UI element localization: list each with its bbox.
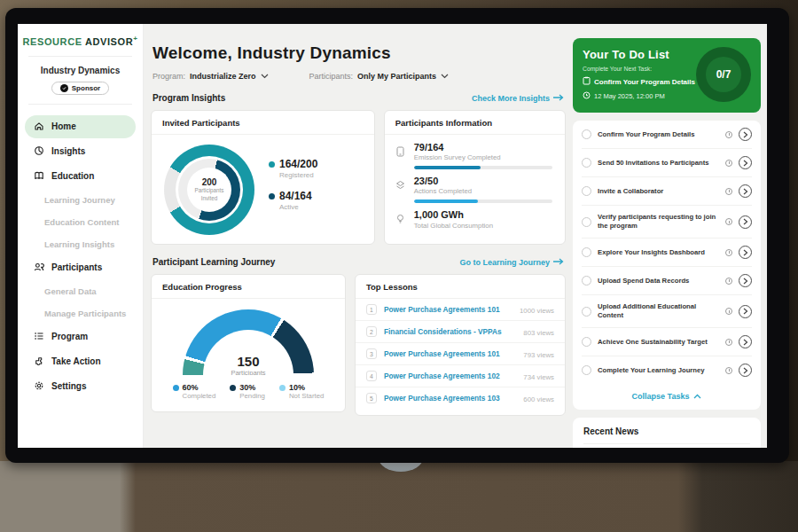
check-more-insights-link[interactable]: Check More Insights	[472, 94, 564, 103]
chevron-right-button[interactable]	[739, 156, 752, 169]
chevron-down-icon	[261, 72, 269, 81]
go-to-learning-journey-link[interactable]: Go to Learning Journey	[459, 258, 564, 267]
emission-survey-progress-bar	[414, 166, 552, 169]
sidebar-item-home[interactable]: Home	[25, 115, 136, 138]
info-icon	[725, 218, 732, 225]
legend-label: Completed	[183, 392, 216, 400]
info-icon	[725, 188, 732, 195]
views-count: 734	[523, 373, 535, 381]
task-checkbox[interactable]	[582, 337, 591, 347]
lesson-link[interactable]: Power Purchase Agreements 103	[384, 394, 523, 403]
lesson-link[interactable]: Power Purchase Agreements 101	[384, 349, 523, 358]
sidebar-item-label: Education	[51, 171, 94, 181]
stat-label: Actions Completed	[414, 187, 472, 195]
sidebar: RESOURCE ADVISOR+ Industry Dynamics Spon…	[18, 24, 144, 448]
views-suffix: views	[535, 329, 554, 337]
chevron-right-button[interactable]	[739, 184, 752, 198]
home-icon	[34, 121, 44, 133]
task-row-upload-educational-content[interactable]: Upload Additional Educational Content	[582, 295, 752, 328]
task-row-complete-learning-journey[interactable]: Complete Your Learning Journey	[582, 356, 752, 384]
section-title: Participant Learning Journey	[153, 257, 275, 267]
info-icon	[725, 160, 732, 167]
sidebar-item-learning-insights[interactable]: Learning Insights	[18, 234, 143, 254]
task-row-verify-participants[interactable]: Verify participants requesting to join t…	[582, 206, 752, 239]
recent-news-title: Recent News	[583, 426, 750, 444]
lesson-row[interactable]: 5 Power Purchase Agreements 103 600 view…	[356, 387, 565, 409]
chevron-right-button[interactable]	[739, 246, 752, 259]
task-checkbox[interactable]	[582, 276, 591, 286]
legend-value: 164/200	[279, 158, 317, 170]
views-suffix: views	[535, 395, 554, 403]
gear-icon	[34, 380, 44, 393]
stat-value: 23/50	[414, 176, 472, 187]
participants-information-body: 79/164 Emission Survey Completed 23/50 A…	[385, 135, 565, 230]
chevron-down-icon	[441, 72, 449, 81]
participants-icon	[34, 262, 44, 274]
chevron-right-button[interactable]	[739, 215, 752, 229]
sidebar-item-general-data[interactable]: General Data	[18, 281, 143, 301]
sponsor-label: Sponsor	[72, 84, 100, 92]
link-label: Go to Learning Journey	[459, 258, 550, 267]
sidebar-item-insights[interactable]: Insights	[18, 140, 143, 163]
task-row-invite-collaborator[interactable]: Invite a Collaborator	[582, 177, 752, 206]
chevron-right-button[interactable]	[739, 305, 752, 318]
task-row-achieve-sustainability-target[interactable]: Achieve One Sustainability Target	[582, 328, 752, 356]
task-label: Upload Spend Data Records	[598, 277, 719, 286]
info-icon	[725, 367, 732, 374]
lesson-link[interactable]: Power Purchase Agreements 102	[384, 372, 523, 380]
sidebar-item-learning-journey[interactable]: Learning Journey	[18, 190, 143, 210]
card-title: Education Progress	[152, 275, 345, 299]
rank-badge: 1	[366, 304, 377, 315]
lesson-row[interactable]: 1 Power Purchase Agreements 101 1000 vie…	[356, 299, 565, 321]
views-count: 793	[523, 351, 535, 359]
info-icon	[725, 131, 732, 138]
participants-filter-label: Participants:	[309, 72, 354, 81]
lesson-link[interactable]: Financial Considerations - VPPAs	[384, 327, 523, 336]
sidebar-item-program[interactable]: Program	[18, 325, 143, 348]
chevron-right-button[interactable]	[739, 364, 752, 377]
task-checkbox[interactable]	[582, 307, 591, 317]
chevron-right-button[interactable]	[739, 274, 752, 287]
task-row-send-invitations[interactable]: Send 50 Invitations to Participants	[582, 149, 752, 177]
views-count: 600	[523, 395, 535, 403]
sidebar-item-education[interactable]: Education	[18, 165, 143, 188]
task-checkbox[interactable]	[582, 217, 591, 227]
task-checkbox[interactable]	[582, 158, 591, 168]
lesson-link[interactable]: Power Purchase Agreements 101	[384, 305, 520, 314]
task-checkbox[interactable]	[582, 186, 591, 196]
sidebar-item-education-content[interactable]: Education Content	[18, 212, 143, 232]
participants-filter-dropdown[interactable]: Participants: Only My Participants	[309, 72, 450, 81]
sidebar-item-settings[interactable]: Settings	[18, 375, 143, 398]
organization-name: Industry Dynamics	[18, 66, 143, 75]
task-row-upload-spend-data[interactable]: Upload Spend Data Records	[582, 267, 752, 295]
todo-panel: Your To Do List Complete Your Next Task:…	[573, 24, 767, 448]
participants-information-card: Participants Information 79/164 Emission…	[384, 110, 566, 245]
collapse-tasks-button[interactable]: Collapse Tasks	[582, 384, 752, 410]
sponsor-badge[interactable]: Sponsor	[51, 82, 109, 95]
clock-icon	[583, 91, 591, 101]
sidebar-item-manage-participants[interactable]: Manage Participants	[18, 303, 143, 324]
lesson-row[interactable]: 4 Power Purchase Agreements 102 734 view…	[356, 365, 565, 387]
task-row-explore-insights[interactable]: Explore Your Insights Dashboard	[582, 239, 752, 267]
sidebar-item-participants[interactable]: Participants	[18, 256, 143, 279]
info-icon	[725, 249, 732, 256]
task-label: Explore Your Insights Dashboard	[598, 248, 719, 257]
task-checkbox[interactable]	[582, 129, 591, 139]
stat-emission-survey: 79/164 Emission Survey Completed	[395, 142, 554, 161]
donut-center-text: Participants	[195, 187, 224, 194]
task-row-confirm-program[interactable]: Confirm Your Program Details	[582, 121, 752, 149]
legend-item-active: 84/164 Active	[269, 190, 317, 211]
actions-progress-bar	[414, 200, 552, 203]
task-checkbox[interactable]	[582, 247, 591, 257]
app-logo: RESOURCE ADVISOR+	[18, 35, 143, 47]
sidebar-item-take-action[interactable]: Take Action	[18, 350, 143, 373]
logo-advisor: ADVISOR	[85, 36, 133, 47]
lesson-row[interactable]: 2 Financial Considerations - VPPAs 803 v…	[356, 321, 565, 343]
desk-background	[0, 461, 798, 532]
task-checkbox[interactable]	[582, 365, 591, 375]
chevron-right-button[interactable]	[739, 335, 752, 348]
program-filter-dropdown[interactable]: Program: Industrialize Zero	[153, 72, 269, 81]
views-suffix: views	[535, 373, 554, 381]
lesson-row[interactable]: 3 Power Purchase Agreements 101 793 view…	[356, 343, 565, 365]
chevron-right-button[interactable]	[739, 128, 752, 141]
